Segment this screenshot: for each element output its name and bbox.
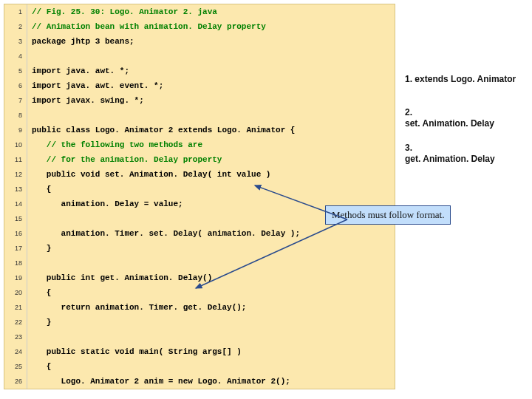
line-number: 14: [4, 197, 27, 211]
callout-methods-format: Methods must follow format.: [325, 205, 451, 225]
line-number: 16: [4, 226, 27, 241]
line-number: 3: [4, 34, 27, 49]
code-text: // for the animation. Delay property: [27, 152, 222, 167]
code-line: 5import java. awt. *;: [4, 64, 395, 78]
note-keyword: set. Animation. Delay: [405, 118, 494, 129]
note-set-delay: 2. set. Animation. Delay: [405, 107, 527, 129]
line-number: 6: [4, 78, 27, 93]
code-line: 17 }: [4, 241, 395, 256]
line-number: 23: [4, 330, 27, 344]
line-number: 4: [4, 49, 27, 64]
line-number: 21: [4, 300, 27, 315]
line-number: 20: [4, 285, 27, 300]
code-line: 24 public static void main( String args[…: [4, 344, 395, 359]
code-text: {: [27, 285, 51, 300]
code-line: 7import javax. swing. *;: [4, 93, 395, 108]
code-text: return animation. Timer. get. Delay();: [27, 300, 246, 315]
line-number: 12: [4, 167, 27, 182]
code-line: 6import java. awt. event. *;: [4, 78, 395, 93]
code-text: package jhtp 3 beans;: [27, 34, 134, 49]
code-line: 25 {: [4, 359, 395, 374]
code-text: // the following two methods are: [27, 137, 202, 152]
code-line: 4: [4, 49, 395, 64]
code-text: }: [27, 241, 51, 256]
note-number: 3.: [405, 143, 412, 153]
code-line: 26 Logo. Animator 2 anim = new Logo. Ani…: [4, 374, 395, 389]
note-number: 1.: [405, 74, 412, 84]
code-line: 2// Animation bean with animation. Delay…: [4, 19, 395, 34]
line-number: 13: [4, 182, 27, 197]
line-number: 10: [4, 137, 27, 152]
code-line: 12 public void set. Animation. Delay( in…: [4, 167, 395, 182]
note-keyword: extends Logo. Animator: [415, 74, 516, 84]
code-line: 8: [4, 108, 395, 123]
line-number: 2: [4, 19, 27, 34]
code-line: 18: [4, 256, 395, 270]
code-line: 3package jhtp 3 beans;: [4, 34, 395, 49]
code-text: }: [27, 315, 51, 330]
line-number: 11: [4, 152, 27, 167]
line-number: 18: [4, 256, 27, 270]
callout-text: Methods must follow format.: [332, 209, 444, 220]
code-text: public void set. Animation. Delay( int v…: [27, 167, 270, 182]
line-number: 15: [4, 211, 27, 226]
note-extends: 1. extends Logo. Animator: [405, 74, 527, 85]
code-text: import javax. swing. *;: [27, 93, 144, 108]
line-number: 25: [4, 359, 27, 374]
line-number: 9: [4, 123, 27, 137]
code-line: 13 {: [4, 182, 395, 197]
line-number: 19: [4, 270, 27, 285]
code-line: 19 public int get. Animation. Delay(): [4, 270, 395, 285]
code-text: {: [27, 182, 51, 197]
code-line: 22 }: [4, 315, 395, 330]
line-number: 7: [4, 93, 27, 108]
code-text: // Animation bean with animation. Delay …: [27, 19, 266, 34]
code-text: animation. Delay = value;: [27, 197, 183, 211]
code-line: 1// Fig. 25. 30: Logo. Animator 2. java: [4, 4, 395, 19]
line-number: 26: [4, 374, 27, 389]
code-line: 9public class Logo. Animator 2 extends L…: [4, 123, 395, 137]
code-line: 23: [4, 330, 395, 344]
note-number: 2.: [405, 107, 412, 117]
code-line: 20 {: [4, 285, 395, 300]
code-text: {: [27, 359, 51, 374]
code-line: 11 // for the animation. Delay property: [4, 152, 395, 167]
code-text: import java. awt. *;: [27, 64, 129, 78]
code-line: 16 animation. Timer. set. Delay( animati…: [4, 226, 395, 241]
line-number: 1: [4, 4, 27, 19]
line-number: 22: [4, 315, 27, 330]
code-line: 10 // the following two methods are: [4, 137, 395, 152]
code-line: 21 return animation. Timer. get. Delay()…: [4, 300, 395, 315]
code-text: public class Logo. Animator 2 extends Lo…: [27, 123, 295, 137]
line-number: 5: [4, 64, 27, 78]
code-text: // Fig. 25. 30: Logo. Animator 2. java: [27, 4, 217, 19]
code-text: Logo. Animator 2 anim = new Logo. Animat…: [27, 374, 290, 389]
side-notes: 1. extends Logo. Animator 2. set. Animat…: [405, 74, 527, 177]
code-text: public int get. Animation. Delay(): [27, 270, 212, 285]
code-text: public static void main( String args[] ): [27, 344, 242, 359]
code-block: 1// Fig. 25. 30: Logo. Animator 2. java2…: [4, 4, 395, 389]
line-number: 24: [4, 344, 27, 359]
line-number: 17: [4, 241, 27, 256]
note-get-delay: 3. get. Animation. Delay: [405, 143, 527, 165]
note-keyword: get. Animation. Delay: [405, 154, 495, 164]
line-number: 8: [4, 108, 27, 123]
code-text: import java. awt. event. *;: [27, 78, 163, 93]
code-text: animation. Timer. set. Delay( animation.…: [27, 226, 300, 241]
